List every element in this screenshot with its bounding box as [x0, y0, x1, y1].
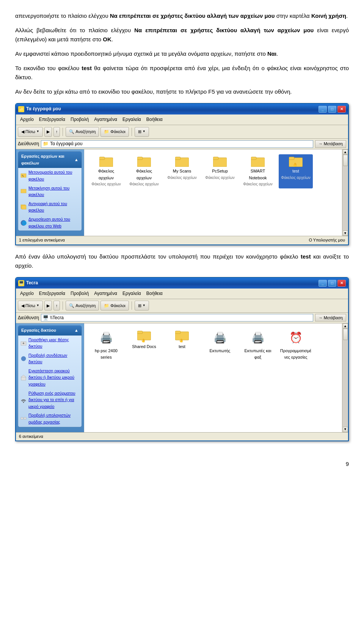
folders-icon: 📁 — [104, 129, 109, 135]
folder-icon-2 — [137, 155, 151, 167]
page-number: 9 — [15, 459, 349, 469]
folders-button[interactable]: 📁 Φάκελοι — [100, 127, 129, 137]
scroll-thumb-2[interactable] — [343, 329, 348, 340]
shared-folder-icon-shared-docs: 🤚 — [137, 329, 151, 342]
folder-item-my-scans[interactable]: My Scans Φάκελος αρχείων — [165, 154, 199, 188]
go-button-window2[interactable]: → Μετάβαση — [315, 314, 346, 321]
scroll-track — [342, 155, 348, 231]
sidebar-section-title-files: Εργασίες αρχείων και φακέλων ▲ — [18, 152, 82, 168]
svg-point-25 — [23, 402, 24, 403]
menu-favorites-2[interactable]: Αγαπημένα — [92, 289, 119, 298]
folders-button-2[interactable]: 📁 Φάκελοι — [100, 301, 129, 310]
go-button-window1[interactable]: → Μετάβαση — [315, 140, 346, 148]
svg-rect-14 — [213, 157, 218, 160]
menubar-window1: Αρχείο Επεξεργασία Προβολή Αγαπημένα Εργ… — [16, 114, 348, 125]
menu-tools[interactable]: Εργαλεία — [120, 115, 143, 124]
network-item-scheduled-tasks[interactable]: ⏰ Προγραμματισμένες εργασίες — [279, 328, 313, 362]
back-button[interactable]: ◀ Πίσω ▼ — [18, 127, 43, 137]
svg-rect-2 — [21, 189, 26, 193]
sidebar-item-copy[interactable]: Αντιγραφή αυτού του φακέλου — [18, 199, 82, 215]
minimize-button-tecra[interactable]: _ — [318, 280, 327, 287]
titlebar-tecra: 🖥️ Tecra _ □ ✕ — [16, 278, 348, 289]
collapse-icon[interactable]: ▲ — [74, 157, 78, 163]
menu-tools-2[interactable]: Εργαλεία — [120, 289, 143, 298]
sidebar-item-rename[interactable]: ✎ Μετονομασία αυτού του φακέλου — [18, 168, 82, 183]
up-button-2[interactable]: ↑ — [53, 301, 60, 310]
scroll-up-arrow-2[interactable]: ▲ — [343, 323, 348, 329]
folder-item-test[interactable]: 🤚 test Φάκελος αρχείων — [279, 154, 313, 188]
maximize-button[interactable]: □ — [328, 106, 336, 113]
folder-item-2[interactable]: Φάκελος αρχείων Φάκελος αρχείων — [127, 154, 161, 188]
menu-favorites[interactable]: Αγαπημένα — [92, 115, 119, 124]
network-item-shared-docs[interactable]: 🤚 Shared Docs — [127, 328, 161, 362]
forward-button-2[interactable]: ▶ — [44, 301, 52, 310]
addressbar-window1: Διεύθυνση 📁 Τα έγγραφά μου → Μετάβαση — [16, 139, 348, 149]
views-button-2[interactable]: ⊞ ▼ — [135, 301, 149, 310]
sidebar-item-setup-home-network[interactable]: Εγκατάσταση οικιακού δικτύου ή δικτύου μ… — [18, 367, 82, 389]
scrollbar-window2[interactable]: ▲ ▼ — [342, 323, 348, 432]
search-button-2[interactable]: 🔍 Αναζήτηση — [66, 301, 99, 310]
folder-grid-window1: Φάκελος αρχείων Φάκελος αρχείων Φάκελος … — [87, 152, 339, 190]
svg-rect-10 — [137, 157, 143, 160]
forward-button[interactable]: ▶ — [44, 127, 52, 137]
sidebar-item-setup-wireless[interactable]: Ρύθμιση ενός ασύρματου δικτύου για το σπ… — [18, 389, 82, 411]
close-button-tecra[interactable]: ✕ — [337, 280, 346, 287]
folder-item-smart-notebook[interactable]: SMART Notebook Φάκελος αρχείων — [241, 154, 275, 188]
paragraph-5: Αν δεν δείτε το χέρι κάτω από το εικονίδ… — [15, 87, 349, 96]
maximize-button-tecra[interactable]: □ — [328, 280, 336, 287]
svg-text:🤚: 🤚 — [179, 338, 184, 342]
status-right-window1: Ο Υπολογιστής μου — [309, 237, 345, 244]
printers-fax-icon: 🖨️ — [251, 329, 265, 347]
copy-icon — [20, 204, 27, 210]
printer-icon-generic: 🖨️ — [213, 329, 227, 347]
sidebar-item-view-workgroup[interactable]: Προβολή υπολογιστών ομάδας εργασίας — [18, 411, 82, 427]
menu-file[interactable]: Αρχείο — [18, 115, 36, 124]
menu-file-2[interactable]: Αρχείο — [18, 289, 36, 298]
sidebar-item-add-network[interactable]: + Προσθήκη μιας θέσης δικτύου — [18, 336, 82, 351]
toolbar-separator-1 — [63, 128, 63, 136]
scroll-thumb[interactable] — [343, 155, 348, 166]
scroll-down-arrow[interactable]: ▼ — [343, 231, 348, 236]
sidebar-window2: Εργασίες δικτύου ▲ + Προσθήκη μιας θέσης… — [16, 323, 84, 432]
sidebar-item-publish[interactable]: 🌐 Δημοσίευση αυτού του φακέλου στο Web — [18, 215, 82, 231]
scroll-down-arrow-2[interactable]: ▼ — [343, 427, 348, 432]
folder-item-1[interactable]: Φάκελος αρχείων Φάκελος αρχείων — [89, 154, 123, 188]
svg-marker-24 — [21, 375, 26, 377]
go-arrow-icon-2: → — [318, 315, 323, 321]
menu-help-2[interactable]: Βοήθεια — [144, 289, 165, 298]
close-button[interactable]: ✕ — [337, 106, 346, 113]
address-input[interactable]: 📁 Τα έγγραφά μου — [41, 140, 313, 148]
content-window1: Φάκελος αρχείων Φάκελος αρχείων Φάκελος … — [84, 149, 342, 236]
address-input-2[interactable]: 🖥️ \\Tecra — [41, 314, 313, 321]
scroll-up-arrow[interactable]: ▲ — [343, 149, 348, 155]
rename-icon: ✎ — [20, 173, 27, 179]
network-item-printer[interactable]: 🖨️ Εκτυπωτής — [203, 328, 237, 362]
sidebar-item-view-connections[interactable]: Προβολή συνδέσεων δικτύου — [18, 351, 82, 367]
collapse-icon-2[interactable]: ▲ — [74, 327, 78, 334]
address-value-2: \\Tecra — [50, 314, 64, 321]
up-button[interactable]: ↑ — [53, 127, 60, 137]
sidebar-item-move[interactable]: Μετακίνηση αυτού του φακέλου — [18, 184, 82, 199]
network-items-grid: 🖨️ hp psc 2400 series 🤚 Shared Docs — [87, 326, 339, 364]
move-icon — [20, 188, 27, 194]
svg-rect-32 — [175, 331, 180, 334]
scrollbar-window1[interactable]: ▲ ▼ — [342, 149, 348, 236]
svg-text:🤚: 🤚 — [293, 162, 298, 167]
pc-icon-small: 🖥️ — [43, 314, 49, 321]
window-controls-tecra: _ □ ✕ — [318, 280, 346, 287]
menu-edit-2[interactable]: Επεξεργασία — [37, 289, 67, 298]
views-button[interactable]: ⊞ ▼ — [135, 127, 149, 137]
network-item-hp-printer[interactable]: 🖨️ hp psc 2400 series — [89, 328, 123, 362]
publish-icon: 🌐 — [20, 220, 27, 226]
menu-edit[interactable]: Επεξεργασία — [37, 115, 67, 124]
menu-view[interactable]: Προβολή — [68, 115, 91, 124]
network-item-printers-fax[interactable]: 🖨️ Εκτυπωτές και φαξ — [241, 328, 275, 362]
menu-help[interactable]: Βοήθεια — [144, 115, 165, 124]
network-item-test[interactable]: 🤚 test — [165, 328, 199, 362]
search-button[interactable]: 🔍 Αναζήτηση — [66, 127, 99, 137]
menu-view-2[interactable]: Προβολή — [68, 289, 91, 298]
minimize-button[interactable]: _ — [318, 106, 327, 113]
folder-item-pcsetup[interactable]: PcSetup Φάκελος αρχείων — [203, 154, 237, 188]
back-button-2[interactable]: ◀ Πίσω ▼ — [18, 301, 43, 310]
window-title-tecra: Tecra — [26, 279, 38, 287]
